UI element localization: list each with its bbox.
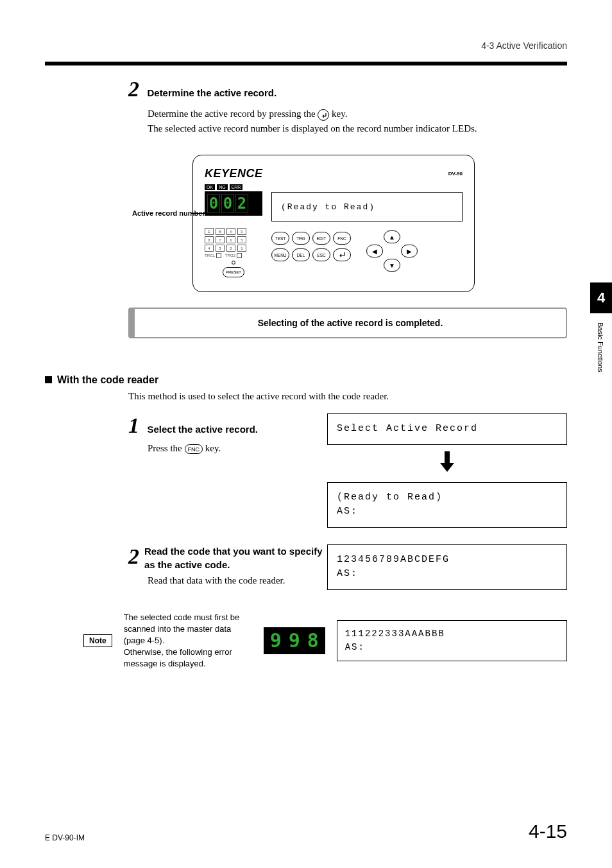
step-number: 2 — [128, 77, 139, 101]
lcd-select-active: Select Active Record — [327, 413, 567, 445]
trg-button[interactable]: TRG — [292, 232, 310, 245]
record-leds: EBA9 8765 4321 TRG1TRG2 PRESET — [205, 228, 262, 277]
note-text: The selected code must first be scanned … — [124, 612, 252, 670]
svg-rect-0 — [445, 451, 450, 463]
step-title: Determine the active record. — [147, 87, 276, 98]
error-lcd: 111222333AAABBB AS: — [337, 620, 567, 661]
chapter-number: 4 — [590, 282, 612, 313]
step-number: 1 — [128, 413, 139, 438]
down-button[interactable]: ▼ — [384, 259, 400, 272]
right-button[interactable]: ▶ — [401, 245, 418, 257]
device-panel: Active record number KEYENCE DV-90 OKNGE… — [192, 155, 475, 292]
edit-button[interactable]: EDIT — [312, 232, 330, 245]
pointer-line — [191, 213, 217, 214]
esc-button[interactable]: ESC — [312, 248, 330, 261]
left-button[interactable]: ◀ — [366, 245, 383, 257]
breadcrumb: 4-3 Active Verification — [481, 40, 567, 51]
step-title: Select the active record. — [147, 424, 258, 435]
menu-button[interactable]: MENU — [271, 248, 289, 261]
enter-button[interactable] — [333, 248, 351, 261]
button-grid: TEST TRG EDIT FNC MENU DEL ESC — [271, 232, 351, 261]
test-button[interactable]: TEST — [271, 232, 289, 245]
step-body: Read that data with the code reader. — [148, 575, 327, 586]
step-number: 2 — [128, 544, 139, 571]
lcd-ready: (Ready to Read) AS: — [327, 482, 567, 528]
step-title: Read the code that you want to specify a… — [144, 544, 327, 571]
svg-marker-1 — [440, 463, 454, 472]
fnc-button[interactable]: FNC — [333, 232, 351, 245]
preset-button[interactable]: PRESET — [223, 267, 244, 277]
section-intro: This method is used to select the active… — [128, 391, 567, 402]
preset-led — [232, 261, 235, 265]
dpad: ▲ ▼ ◀ ▶ — [366, 230, 418, 272]
brand-logo: KEYENCE — [205, 167, 263, 180]
bullet-icon — [45, 376, 52, 383]
side-tab: 4 Basic Functions — [590, 282, 612, 372]
model-label: DV-90 — [448, 171, 463, 177]
arrow-down-icon — [327, 451, 567, 476]
fnc-key-icon: FNC — [185, 444, 203, 454]
completion-banner: Selecting of the active record is comple… — [128, 308, 567, 338]
lcd-code: 123456789ABCDEFG AS: — [327, 544, 567, 590]
step-body: Determine the active record by pressing … — [148, 107, 567, 135]
header-rule — [45, 62, 567, 65]
up-button[interactable]: ▲ — [384, 230, 400, 243]
page-number: 4-15 — [529, 820, 567, 842]
segment-display: 0 0 2 — [205, 191, 262, 216]
note-label: Note — [83, 634, 112, 647]
lcd-display: (Ready to Read) — [271, 192, 463, 221]
chapter-label: Basic Functions — [597, 322, 604, 372]
status-leds: OKNGERR — [205, 184, 262, 190]
error-segment: 9 9 8 — [264, 627, 325, 654]
enter-key-icon — [318, 109, 329, 121]
del-button[interactable]: DEL — [292, 248, 310, 261]
footer-left: E DV-90-IM — [45, 833, 85, 842]
section-heading: With the code reader — [45, 374, 567, 386]
step-body: Press the FNC key. — [148, 443, 327, 454]
